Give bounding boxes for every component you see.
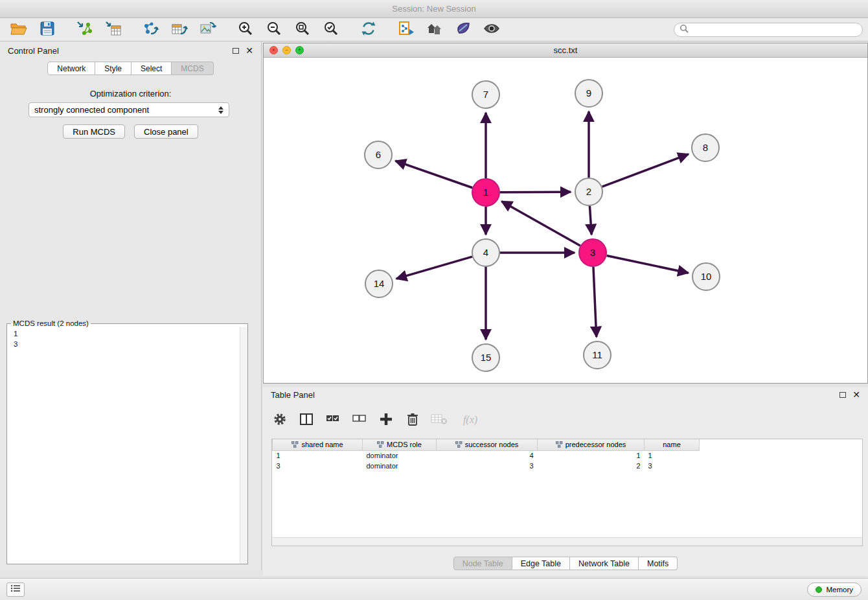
apply-layout-button[interactable] [355,20,382,40]
zoom-out-button[interactable] [260,20,288,40]
table-cell[interactable]: 3 [273,461,363,471]
table-cell[interactable]: 1 [538,450,645,461]
graph-edge-2-3[interactable] [589,206,591,235]
open-session-button[interactable] [5,20,32,40]
columns-icon [299,412,314,428]
table-cell[interactable]: dominator [363,461,437,471]
close-window-icon[interactable] [269,46,278,54]
zoom-selected-button[interactable] [317,20,345,40]
graph-node-label: 6 [376,149,381,160]
table-panel-tabs: Node Table Edge Table Network Table Moti… [263,557,868,570]
delete-column-button[interactable] [404,411,421,428]
mcds-result-list[interactable]: 1 3 [7,327,247,351]
graph-node-label: 3 [590,247,595,258]
zoom-fit-button[interactable] [289,20,316,40]
tab-node-table[interactable]: Node Table [453,557,512,570]
close-panel-icon[interactable]: ✕ [246,46,253,55]
refresh-icon [361,21,376,38]
result-scrollbar[interactable] [240,327,247,564]
export-image-icon [200,21,216,38]
graph-edge-3-1[interactable] [501,202,580,246]
minimize-window-icon[interactable] [282,46,291,54]
zoom-in-button[interactable] [232,20,259,40]
float-table-panel-icon[interactable] [839,392,846,398]
table-cell[interactable]: dominator [363,450,437,461]
tab-select[interactable]: Select [131,62,172,75]
folder-open-icon [10,21,27,38]
search-icon [680,24,689,36]
window-titlebar[interactable]: Session: New Session [0,0,868,18]
run-mcds-button[interactable]: Run MCDS [63,124,125,139]
task-history-button[interactable] [6,583,25,597]
import-network-button[interactable] [71,20,98,40]
tab-network[interactable]: Network [47,62,95,75]
deselect-all-button[interactable] [351,411,368,428]
graph-edge-1-6[interactable] [395,161,472,188]
table-horizontal-scrollbar[interactable] [272,537,862,546]
home-button[interactable] [421,20,448,40]
control-panel-tabs: Network Style Select MCDS [0,62,261,75]
trash-icon [406,412,419,428]
table-row[interactable]: 3dominator323 [273,461,700,471]
close-panel-button[interactable]: Close panel [134,124,198,139]
graph-edge-3-10[interactable] [607,256,689,273]
network-graph-canvas[interactable]: 7968124314101511 [264,58,867,384]
table-cell[interactable]: 1 [645,450,700,461]
graph-edge-2-8[interactable] [602,154,689,187]
unchecked-boxes-icon [352,413,367,428]
application-window: Session: New Session Control Panel [0,0,868,600]
float-panel-icon[interactable] [233,48,239,54]
column-header-successor-nodes[interactable]: successor nodes [437,439,538,450]
graph-node-label: 4 [483,247,488,258]
tab-style[interactable]: Style [95,62,131,75]
table-cell[interactable]: 3 [645,461,700,471]
toggle-visibility-button[interactable] [478,20,505,40]
main-toolbar [0,18,868,41]
table-cell[interactable]: 2 [538,461,645,471]
column-header-predecessor-nodes[interactable]: predecessor nodes [538,439,645,450]
function-builder-button[interactable]: f(x) [457,411,483,428]
column-header-shared-name[interactable]: shared name [273,439,363,450]
style-paint-button[interactable] [450,20,477,40]
export-table-button[interactable] [166,20,193,40]
tab-edge-table[interactable]: Edge Table [512,557,570,570]
tab-network-table[interactable]: Network Table [570,557,639,570]
table-header-row: shared name MCDS role successor nodes pr… [273,439,700,450]
table-row[interactable]: 1dominator411 [273,450,700,461]
network-from-selection-button[interactable] [393,20,420,40]
tab-motifs[interactable]: Motifs [639,557,678,570]
tab-mcds[interactable]: MCDS [172,62,213,75]
column-header-name[interactable]: name [645,439,700,450]
export-image-button[interactable] [194,20,222,40]
export-network-button[interactable] [137,20,165,40]
table-cell[interactable]: 1 [273,450,363,461]
import-table-icon [105,21,122,38]
memory-button[interactable]: Memory [807,583,862,597]
graph-edge-4-14[interactable] [396,257,472,279]
column-header-mcds-role[interactable]: MCDS role [363,439,437,450]
mcds-result-item[interactable]: 1 [14,329,241,339]
import-table-button[interactable] [100,20,127,40]
maximize-window-icon[interactable] [295,46,304,54]
close-table-panel-icon[interactable]: ✕ [852,390,860,399]
criterion-dropdown[interactable]: strongly connected component [29,102,229,117]
sort-tree-icon [455,441,463,448]
table-cell[interactable]: 3 [437,461,538,471]
graph-edge-1-2[interactable] [500,192,571,192]
search-box[interactable] [674,23,863,37]
network-window-titlebar[interactable]: scc.txt [264,43,867,58]
table-settings-button[interactable] [271,411,288,428]
mcds-result-item[interactable]: 3 [14,339,241,349]
save-session-button[interactable] [34,20,61,40]
optimization-criterion-label: Optimization criterion: [0,89,261,98]
delete-table-button[interactable] [431,411,448,428]
table-cell[interactable]: 4 [437,450,538,461]
select-all-button[interactable] [325,411,341,428]
add-column-button[interactable] [378,411,394,428]
search-input[interactable] [692,25,857,34]
graph-edge-3-11[interactable] [593,267,597,337]
gear-icon [273,412,287,428]
zoom-out-icon [266,21,282,38]
export-network-icon [143,21,159,38]
show-columns-button[interactable] [298,411,315,428]
